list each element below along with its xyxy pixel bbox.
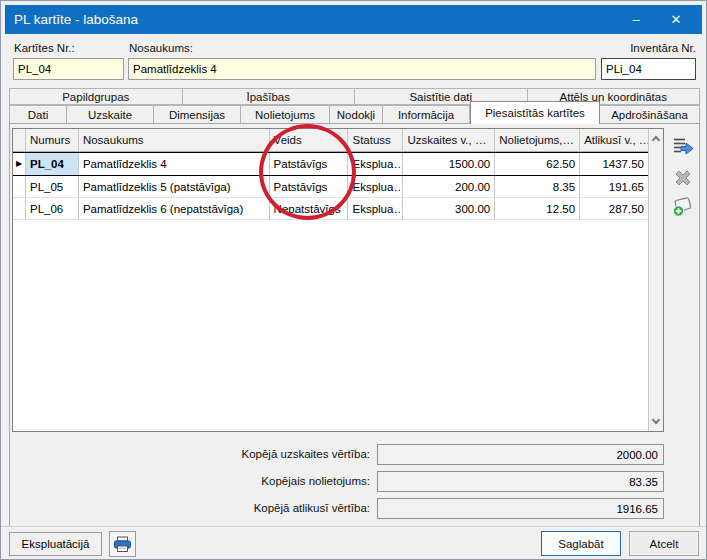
- tab-papildgrupas[interactable]: Papildgrupas: [9, 88, 183, 105]
- cell-veids[interactable]: Patstāvīgs: [270, 153, 349, 175]
- cell-numurs[interactable]: PL_04: [26, 153, 79, 175]
- tab-strip-bottom: Dati Uzskaite Dimensijas Nolietojums Nod…: [9, 105, 700, 124]
- cancel-button[interactable]: Atcelt: [629, 531, 699, 556]
- col-header-uzskaites-v[interactable]: Uzskaites v., …: [403, 129, 495, 152]
- table-row[interactable]: PL_05 Pamatlīdzeklis 5 (patstāvīga) Pats…: [13, 176, 648, 198]
- table-vertical-scrollbar[interactable]: [648, 129, 663, 431]
- inventory-no-label: Inventāra Nr.: [601, 42, 696, 54]
- name-label: Nosaukums:: [129, 42, 193, 54]
- table-empty-area: [13, 220, 648, 431]
- tab-dati[interactable]: Dati: [9, 105, 67, 124]
- col-header-nosaukums[interactable]: Nosaukums: [79, 129, 270, 152]
- current-row-marker-icon: ▶: [16, 160, 22, 168]
- tab-nodokli[interactable]: Nodokļi: [330, 105, 383, 124]
- row-selector-header: [13, 129, 26, 152]
- footer-bar: Ekspluatācijā Saglabāt Atcelt: [1, 526, 706, 559]
- cell-uzskaites-v[interactable]: 1500.00: [403, 153, 495, 175]
- cell-veids[interactable]: Patstāvīgs: [270, 176, 349, 198]
- name-input[interactable]: Pamatlīdzeklis 4: [128, 58, 596, 80]
- delete-card-icon[interactable]: [672, 167, 694, 189]
- cell-statuss[interactable]: Eksplua…: [348, 198, 403, 220]
- cell-statuss[interactable]: Eksplua…: [348, 153, 403, 175]
- table-row[interactable]: ▶ PL_04 Pamatlīdzeklis 4 Patstāvīgs Eksp…: [13, 152, 648, 176]
- cell-nosaukums[interactable]: Pamatlīdzeklis 4: [79, 153, 270, 175]
- inventory-no-input[interactable]: PLi_04: [601, 58, 696, 80]
- printer-icon: [113, 536, 132, 553]
- col-header-veids[interactable]: Veids: [270, 129, 349, 152]
- scroll-down-icon[interactable]: [652, 416, 660, 424]
- cell-numurs[interactable]: PL_06: [26, 198, 79, 220]
- cell-atlikusi-v[interactable]: 287.50: [580, 198, 648, 220]
- cell-nosaukums[interactable]: Pamatlīdzeklis 5 (patstāvīga): [79, 176, 270, 198]
- total-uzskaites-label: Kopējā uzskaites vērtība:: [150, 448, 370, 460]
- cell-uzskaites-v[interactable]: 200.00: [403, 176, 495, 198]
- window-title: PL kartīte - labošana: [14, 12, 616, 27]
- cell-atlikusi-v[interactable]: 191.65: [580, 176, 648, 198]
- scroll-up-icon[interactable]: [652, 136, 660, 144]
- attach-card-icon[interactable]: [672, 136, 694, 158]
- title-bar: PL kartīte - labošana – ✕: [5, 5, 702, 34]
- col-header-statuss[interactable]: Statuss: [348, 129, 403, 152]
- close-button[interactable]: ✕: [656, 5, 696, 34]
- cell-nolietojums[interactable]: 12.50: [495, 198, 580, 220]
- col-header-numurs[interactable]: Numurs: [26, 129, 79, 152]
- cell-nolietojums[interactable]: 62.50: [495, 153, 580, 175]
- linked-cards-table: Numurs Nosaukums Veids Statuss Uzskaites…: [12, 128, 664, 432]
- tab-dimensijas[interactable]: Dimensijas: [154, 105, 241, 124]
- cell-numurs[interactable]: PL_05: [26, 176, 79, 198]
- total-uzskaites-value: 2000.00: [377, 444, 664, 465]
- tab-informacija[interactable]: Informācija: [383, 105, 470, 124]
- print-button[interactable]: [109, 531, 136, 557]
- row-selector-cell: [13, 176, 26, 198]
- tab-page-piesaistitas-kartites: Numurs Nosaukums Veids Statuss Uzskaites…: [9, 123, 700, 528]
- row-selector-cell: ▶: [13, 153, 26, 175]
- table-header-row: Numurs Nosaukums Veids Statuss Uzskaites…: [13, 129, 648, 152]
- total-nolietojums-label: Kopējais nolietojums:: [150, 475, 370, 487]
- table-row[interactable]: PL_06 Pamatlīdzeklis 6 (nepatstāvīga) Ne…: [13, 198, 648, 220]
- tab-apdrosinasana[interactable]: Apdrošināšana: [600, 105, 700, 124]
- card-no-label: Kartītes Nr.:: [14, 42, 75, 54]
- total-atlikusi-value: 1916.65: [377, 498, 664, 519]
- status-button[interactable]: Ekspluatācijā: [9, 532, 102, 556]
- cell-statuss[interactable]: Eksplua…: [348, 176, 403, 198]
- card-no-input[interactable]: PL_04: [13, 58, 124, 80]
- tab-ipasibas[interactable]: Īpašības: [183, 88, 356, 105]
- cell-atlikusi-v[interactable]: 1437.50: [580, 153, 648, 175]
- cell-nosaukums[interactable]: Pamatlīdzeklis 6 (nepatstāvīga): [79, 198, 270, 220]
- cell-veids[interactable]: Nepatstāvīgs: [270, 198, 349, 220]
- tab-piesaistitas-kartites[interactable]: Piesaistītās kartītes: [470, 101, 600, 124]
- col-header-atlikusi-v[interactable]: Atlikusī v., …: [580, 129, 648, 152]
- total-nolietojums-value: 83.35: [377, 471, 664, 492]
- row-selector-cell: [13, 198, 26, 220]
- dialog-window: PL kartīte - labošana – ✕ Kartītes Nr.: …: [0, 0, 707, 560]
- cell-nolietojums[interactable]: 8.35: [495, 176, 580, 198]
- minimize-button[interactable]: –: [616, 5, 656, 34]
- tab-uzskaite[interactable]: Uzskaite: [67, 105, 154, 124]
- add-card-icon[interactable]: [672, 196, 694, 218]
- total-atlikusi-label: Kopējā atlikusī vērtība:: [150, 502, 370, 514]
- cell-uzskaites-v[interactable]: 300.00: [403, 198, 495, 220]
- col-header-nolietojums[interactable]: Nolietojums,…: [495, 129, 580, 152]
- save-button[interactable]: Saglabāt: [541, 531, 621, 556]
- tab-nolietojums[interactable]: Nolietojums: [241, 105, 330, 124]
